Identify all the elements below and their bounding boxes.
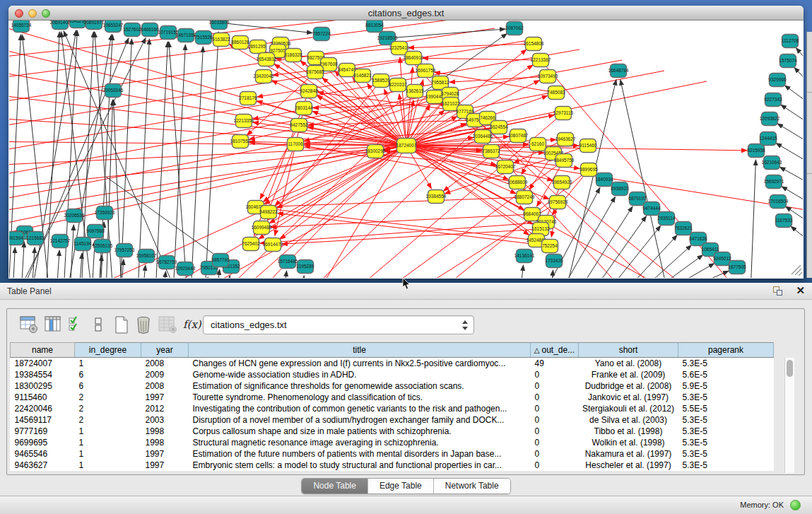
tab-edge-table[interactable]: Edge Table [368, 479, 434, 493]
table-chooser-select[interactable]: citations_edges.txt [203, 315, 474, 334]
column-header-0[interactable]: name [11, 343, 75, 358]
network-canvas[interactable]: 1872400714055724206914069546299208919771… [9, 21, 803, 278]
graph-edge[interactable] [143, 265, 146, 278]
graph-edge[interactable] [551, 270, 553, 278]
graph-edge[interactable] [21, 242, 24, 278]
window-titlebar[interactable]: citations_edges.txt [8, 6, 804, 21]
float-panel-icon[interactable] [772, 286, 784, 297]
graph-edge[interactable] [9, 141, 406, 146]
graph-node-label: 7955812 [431, 80, 449, 85]
table-cell: 0 [531, 369, 579, 380]
graph-edge[interactable] [9, 146, 406, 191]
show-columns-button[interactable] [44, 315, 62, 337]
network-graph[interactable]: 1872400714055724206914069546299208919771… [9, 21, 803, 278]
graph-node-label: 7857224 [312, 31, 331, 36]
graph-node-label: 2875685 [306, 69, 324, 74]
graph-edge[interactable] [271, 214, 532, 227]
graph-node-label: 12505135 [93, 243, 113, 248]
column-header-3[interactable]: title [189, 343, 531, 358]
column-header-label: name [32, 345, 53, 355]
graph-edge[interactable] [70, 225, 73, 278]
graph-edge[interactable] [623, 235, 677, 278]
graph-edge[interactable] [387, 29, 505, 38]
tab-network-table[interactable]: Network Table [434, 479, 510, 493]
graph-edge[interactable] [677, 271, 729, 278]
graph-node-label: 20053346 [103, 88, 124, 93]
row-height-button[interactable] [93, 315, 103, 337]
column-header-2[interactable]: year [141, 343, 189, 358]
close-panel-icon[interactable]: ✕ [796, 284, 805, 297]
table-scrollbar[interactable] [784, 358, 794, 473]
graph-edge[interactable] [781, 105, 803, 126]
graph-node-label: 17359928 [95, 210, 115, 215]
table-cell: 9465546 [11, 448, 75, 460]
graph-edge[interactable] [284, 271, 287, 278]
graph-node-label: 1215683 [26, 235, 45, 240]
graph-edge[interactable] [791, 226, 803, 244]
graph-edge[interactable] [155, 42, 167, 278]
tab-node-table[interactable]: Node Table [302, 479, 368, 493]
column-header-6[interactable]: pagerank [678, 343, 774, 358]
graph-edge[interactable] [751, 160, 755, 278]
resize-grip[interactable] [792, 265, 802, 276]
graph-edge[interactable] [520, 265, 524, 278]
table-cell: 5.3E-5 [678, 460, 774, 471]
column-header-5[interactable]: short [579, 343, 678, 358]
delete-table-button[interactable] [158, 315, 177, 337]
graph-edge[interactable] [79, 253, 82, 278]
graph-edge[interactable] [9, 146, 406, 166]
table-row[interactable]: 946362711997Embryonic stem cells: a mode… [11, 460, 774, 471]
graph-edge[interactable] [169, 42, 187, 278]
graph-edge[interactable] [794, 67, 803, 87]
table-cell: 9115460 [11, 392, 75, 403]
graph-node-label: 2935114 [658, 216, 676, 221]
table-settings-button[interactable] [20, 315, 38, 337]
graph-edge[interactable] [606, 226, 661, 278]
create-column-button[interactable] [113, 315, 130, 337]
column-header-4[interactable]: △out_de... [531, 343, 579, 358]
graph-node-label: 1112708 [782, 38, 799, 43]
graph-node-label: 9097588 [86, 228, 105, 233]
graph-edge[interactable] [577, 206, 632, 278]
graph-edge[interactable] [278, 214, 550, 246]
graph-edge[interactable] [777, 124, 803, 145]
row-selection-button[interactable] [68, 315, 83, 337]
table-row[interactable]: 977716911998Corpus callosum shape and si… [11, 426, 774, 437]
graph-edge[interactable] [163, 271, 166, 278]
table-row[interactable]: 2242004622012Investigating the contribut… [11, 403, 774, 414]
function-builder-button[interactable]: f(x) [183, 318, 201, 331]
graph-node-label: 10653247 [103, 23, 124, 28]
graph-edge[interactable] [265, 197, 524, 207]
graph-edge[interactable] [9, 92, 406, 146]
graph-edge[interactable] [784, 86, 803, 106]
graph-node-label: 752254 [542, 243, 558, 248]
table-row[interactable]: 969969511998Structural magnetic resonanc… [11, 437, 774, 448]
graph-edge[interactable] [620, 80, 668, 278]
graph-node-label: 9474444 [642, 206, 661, 211]
graph-edge[interactable] [13, 247, 15, 278]
graph-edge[interactable] [260, 222, 546, 243]
graph-edge[interactable] [408, 44, 534, 48]
graph-edge[interactable] [465, 112, 707, 278]
graph-edge[interactable] [302, 276, 304, 278]
table-row[interactable]: 946554611997Estimation of the future num… [11, 448, 774, 460]
table-cell: 1998 [141, 437, 189, 448]
graph-edge[interactable] [638, 245, 691, 278]
delete-column-button[interactable] [135, 315, 153, 337]
graph-node-label: 14671358 [176, 33, 196, 37]
graph-edge[interactable] [9, 67, 406, 146]
memory-status-label: Memory: OK [740, 501, 784, 509]
graph-edge[interactable] [796, 48, 803, 67]
graph-node-label: 8860128 [231, 40, 249, 45]
scrollbar-thumb[interactable] [787, 360, 793, 377]
table-row[interactable]: 911546021997Tourette syndrome. Phenomeno… [11, 392, 774, 403]
graph-edge[interactable] [592, 216, 646, 278]
docked-panel-edge[interactable] [806, 32, 812, 278]
table-row[interactable]: 1938455462009Genome-wide association stu… [11, 369, 774, 380]
table-row[interactable]: 1872400712008Changes of HCN gene express… [11, 358, 774, 369]
table-row[interactable]: 1830029562008Estimation of significance … [11, 380, 774, 392]
graph-node-label: 2803144 [295, 105, 313, 110]
graph-edge[interactable] [57, 250, 59, 278]
table-row[interactable]: 1456911722003Disruption of a novel membe… [11, 414, 774, 426]
column-header-1[interactable]: in_degree [75, 343, 141, 358]
